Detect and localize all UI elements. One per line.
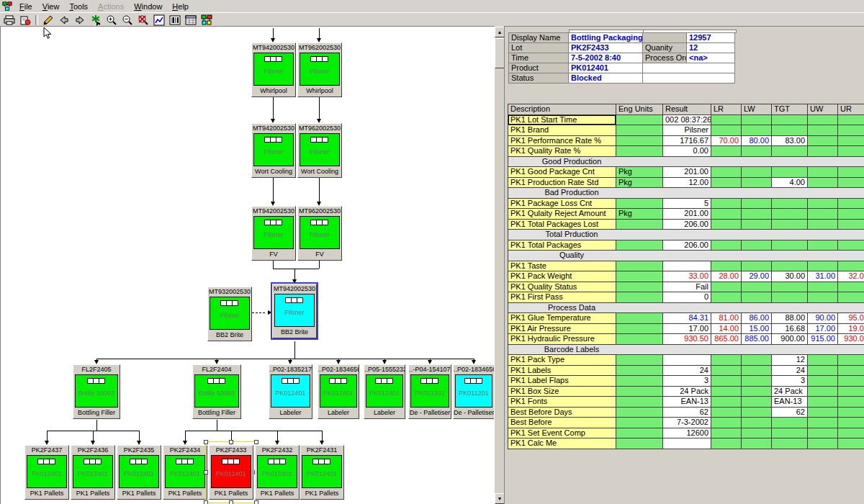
column-header[interactable]: LW <box>742 104 772 115</box>
cell-description[interactable]: PK1 Pack Weight <box>508 271 616 282</box>
cell-eng-units[interactable] <box>616 428 663 439</box>
flow-node-bottling-filler[interactable]: FL2F2405Bottle 10003Bottling Filler <box>73 364 120 419</box>
flow-node-labeler[interactable]: ..P02-1834656PK012401Labeler <box>318 364 359 419</box>
zoom-reset-button[interactable] <box>135 14 151 26</box>
cell-ur[interactable] <box>838 355 864 366</box>
cell-eng-units[interactable] <box>616 146 663 157</box>
cell-lw[interactable]: 29.00 <box>742 271 772 282</box>
cell-ur[interactable]: 32.00 <box>838 271 864 282</box>
cell-result[interactable]: 3 <box>663 376 711 387</box>
cell-uw[interactable] <box>808 428 838 439</box>
cell-ur[interactable] <box>838 418 864 428</box>
scroll-down-button[interactable]: ▼ <box>495 493 505 504</box>
cell-lw[interactable] <box>742 376 772 387</box>
flow-node-pk1-pallets[interactable]: PK2F2435PK012401PK1 Pallets <box>117 445 161 500</box>
column-header[interactable]: Description <box>508 104 616 115</box>
cell-eng-units[interactable] <box>616 418 663 428</box>
cell-eng-units[interactable] <box>616 376 663 387</box>
cell-eng-units[interactable]: Pkg <box>616 167 663 178</box>
cell-ur[interactable] <box>838 136 864 147</box>
cell-uw[interactable] <box>808 438 838 449</box>
cell-lw[interactable] <box>742 355 772 366</box>
flow-node-pk1-pallets[interactable]: PK2F2437PK012401PK1 Pallets <box>24 445 69 500</box>
cell-description[interactable]: PK1 Air Pressure <box>508 324 616 335</box>
cell-result[interactable]: 12600 <box>663 428 711 439</box>
barcode-button[interactable] <box>167 14 183 26</box>
cell-lr[interactable] <box>711 115 742 126</box>
cell-tgt[interactable]: 62 <box>772 408 808 418</box>
cell-description[interactable]: PK1 Quality Status <box>508 282 616 293</box>
cell-eng-units[interactable]: Pkg <box>616 209 663 220</box>
cell-uw[interactable] <box>808 125 838 136</box>
cell-lr[interactable] <box>711 240 742 251</box>
cell-ur[interactable] <box>838 220 864 230</box>
cell-ur[interactable] <box>838 397 864 408</box>
cell-eng-units[interactable] <box>616 438 663 449</box>
cell-eng-units[interactable] <box>616 408 663 418</box>
cell-result[interactable] <box>663 355 711 366</box>
nav-back-button[interactable] <box>56 14 72 26</box>
cell-result[interactable] <box>663 438 711 449</box>
cell-result[interactable]: 002 08:37:26 <box>663 115 711 126</box>
cell-lw[interactable] <box>742 199 772 210</box>
cell-result[interactable] <box>663 261 711 272</box>
cell-ur[interactable] <box>838 115 864 126</box>
cell-lr[interactable] <box>711 355 742 366</box>
cell-result[interactable]: 62 <box>663 408 711 418</box>
cell-lw[interactable] <box>742 387 772 397</box>
cell-eng-units[interactable] <box>616 261 663 272</box>
menu-item-help[interactable]: Help <box>167 1 194 12</box>
cell-lr[interactable] <box>711 282 742 293</box>
cell-uw[interactable]: 915.00 <box>808 334 838 345</box>
cell-uw[interactable] <box>808 199 838 210</box>
vertical-scrollbar[interactable]: ▲ ▼ <box>494 27 505 504</box>
cell-lw[interactable] <box>742 282 772 293</box>
flow-node-bb2-brite[interactable]: MT932002530PilsnerBB2 Brite <box>207 287 252 341</box>
cell-result[interactable]: EAN-13 <box>663 397 711 408</box>
cell-uw[interactable] <box>808 178 838 189</box>
cell-eng-units[interactable] <box>616 292 663 303</box>
cell-description[interactable]: PK1 Glue Temperature <box>508 313 616 324</box>
column-header[interactable]: LR <box>711 104 742 115</box>
cell-eng-units[interactable] <box>616 240 663 251</box>
cell-lw[interactable] <box>742 115 772 126</box>
cell-uw[interactable] <box>808 387 838 397</box>
cell-lr[interactable] <box>711 146 742 157</box>
cell-description[interactable]: PK1 Qulaity Reject Amount <box>508 209 616 220</box>
cell-description[interactable]: PK1 Fonts <box>508 397 616 408</box>
cell-result[interactable]: 7-3-2002 <box>663 418 711 428</box>
cell-lw[interactable] <box>742 167 772 178</box>
edit-pencil-button[interactable] <box>40 14 56 26</box>
flow-node-pk1-pallets[interactable]: PK2F2436PK012401PK1 Pallets <box>71 445 115 500</box>
selection-handle[interactable] <box>204 440 208 444</box>
cell-lw[interactable]: 885.00 <box>742 334 772 345</box>
cell-uw[interactable] <box>808 209 838 220</box>
cell-tgt[interactable] <box>772 438 808 449</box>
cell-lw[interactable] <box>742 292 772 303</box>
cell-result[interactable]: 0 <box>663 292 711 303</box>
cell-eng-units[interactable] <box>616 282 663 293</box>
menu-item-tools[interactable]: Tools <box>64 1 93 12</box>
cell-tgt[interactable]: 3 <box>772 376 808 387</box>
cell-lr[interactable]: 28.00 <box>711 271 742 282</box>
cell-lr[interactable] <box>711 387 742 397</box>
cell-uw[interactable]: 17.00 <box>808 324 838 335</box>
cell-uw[interactable] <box>808 136 838 147</box>
cell-ur[interactable]: 930.00 <box>838 334 864 345</box>
cell-uw[interactable] <box>808 115 838 126</box>
cell-lw[interactable] <box>742 220 772 230</box>
cell-description[interactable]: PK1 Production Rate Std <box>508 178 616 189</box>
cell-description[interactable]: PK1 Set Event Comp <box>508 428 616 439</box>
genealogy-tree-button[interactable] <box>199 14 215 26</box>
menu-item-window[interactable]: Window <box>129 1 167 12</box>
cell-tgt[interactable]: 16.68 <box>772 324 808 335</box>
cell-description[interactable]: PK1 Total Packages <box>508 240 616 251</box>
cell-lr[interactable] <box>711 366 742 377</box>
cell-uw[interactable] <box>808 261 838 272</box>
cell-uw[interactable] <box>808 418 838 428</box>
cell-result[interactable]: 930.50 <box>663 334 711 345</box>
cell-lr[interactable] <box>711 438 742 449</box>
cell-result[interactable]: 17.00 <box>663 324 711 335</box>
cell-eng-units[interactable] <box>616 115 663 126</box>
cell-ur[interactable]: 95.00 <box>838 313 864 324</box>
